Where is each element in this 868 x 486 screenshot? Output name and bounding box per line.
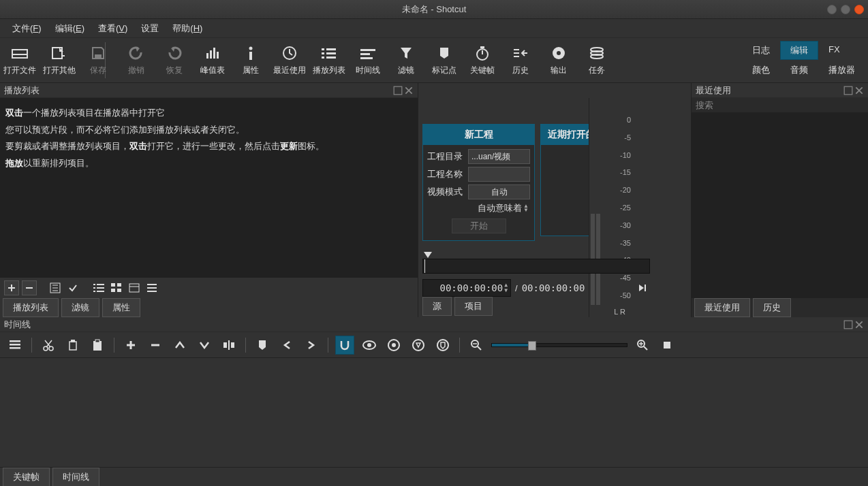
playlist-remove-button[interactable] <box>22 280 37 295</box>
recent-panel-title: 最近使用 <box>696 84 731 97</box>
playlist-view-tiles-button[interactable] <box>109 280 124 295</box>
playlist-check-button[interactable] <box>65 280 80 295</box>
layout-color[interactable]: 颜色 <box>742 61 780 80</box>
subtab-properties[interactable]: 属性 <box>102 298 140 317</box>
player-scrubber[interactable] <box>422 259 650 274</box>
svg-point-62 <box>392 343 396 347</box>
layout-fx[interactable]: FX <box>818 41 850 60</box>
playlist-add-button[interactable] <box>4 280 19 295</box>
playlist-button[interactable]: 播放列表 <box>309 38 349 82</box>
playlist-view-detail-button[interactable] <box>91 280 106 295</box>
timecode-input[interactable]: 00:00:00:00 ▲▼ <box>422 279 511 297</box>
recent-tab-history[interactable]: 历史 <box>753 298 791 317</box>
disc-icon <box>551 44 566 62</box>
playlist-update-button[interactable] <box>48 280 63 295</box>
bottom-tab-timeline[interactable]: 时间线 <box>52 468 99 487</box>
minimize-button[interactable] <box>827 5 837 14</box>
timecode-total: 00:00:00:00 <box>522 282 585 293</box>
playlist-view-icons-button[interactable] <box>127 280 142 295</box>
recent-panel-close-icon[interactable] <box>854 86 864 95</box>
layout-audio[interactable]: 音频 <box>780 61 818 80</box>
skip-to-end-button[interactable] <box>635 280 650 295</box>
timeline-tracks-area[interactable] <box>0 358 868 467</box>
timeline-panel-float-icon[interactable] <box>843 320 853 329</box>
ripple-markers-button[interactable] <box>433 336 452 355</box>
ripple-all-button[interactable] <box>409 336 428 355</box>
close-button[interactable] <box>854 5 864 14</box>
project-name-input[interactable] <box>468 167 530 182</box>
subtab-filters[interactable]: 滤镜 <box>61 298 99 317</box>
keyframes-button[interactable]: 关键帧 <box>463 38 501 82</box>
lift-button[interactable] <box>170 336 189 355</box>
peak-meter-button[interactable]: 峰值表 <box>193 38 232 82</box>
svg-rect-1 <box>12 54 27 55</box>
filters-button[interactable]: 滤镜 <box>387 38 425 82</box>
zoom-out-button[interactable] <box>467 336 486 355</box>
marker-button[interactable] <box>253 336 272 355</box>
markers-button[interactable]: 标记点 <box>425 38 463 82</box>
timeline-button[interactable]: 时间线 <box>349 38 387 82</box>
zoom-in-button[interactable] <box>633 336 652 355</box>
playlist-menu-button[interactable] <box>144 280 159 295</box>
player-tab-project[interactable]: 项目 <box>454 297 493 316</box>
menu-file[interactable]: 文件(F) <box>5 20 48 37</box>
next-marker-button[interactable] <box>302 336 321 355</box>
layout-edit[interactable]: 编辑 <box>780 41 818 60</box>
svg-rect-55 <box>95 340 99 342</box>
cut-button[interactable] <box>39 336 58 355</box>
svg-rect-38 <box>117 289 121 292</box>
maximize-button[interactable] <box>841 5 850 14</box>
video-mode-select[interactable]: 自动 <box>468 184 530 199</box>
remove-button[interactable] <box>146 336 165 355</box>
save-button[interactable]: 保存 <box>79 38 117 82</box>
scrub-audio-button[interactable] <box>360 336 379 355</box>
project-dir-button[interactable]: ...uan/视频 <box>468 149 530 164</box>
svg-point-63 <box>413 340 424 351</box>
recent-button[interactable]: 最近使用 <box>270 38 309 82</box>
project-start-button[interactable]: 开始 <box>452 218 506 233</box>
history-button[interactable]: 历史 <box>501 38 540 82</box>
panel-close-icon[interactable] <box>404 86 414 95</box>
zoom-slider[interactable] <box>491 343 627 347</box>
svg-rect-32 <box>97 287 104 289</box>
open-other-button[interactable]: 打开其他 <box>40 38 79 82</box>
window-title: 未命名 - Shotcut <box>0 3 868 16</box>
zoom-fit-button[interactable] <box>657 336 677 355</box>
svg-point-26 <box>591 54 603 59</box>
layout-log[interactable]: 日志 <box>742 41 780 60</box>
prev-marker-button[interactable] <box>277 336 296 355</box>
redo-button[interactable]: 恢复 <box>155 38 193 82</box>
bottom-tab-keyframes[interactable]: 关键帧 <box>3 468 50 487</box>
subtab-playlist[interactable]: 播放列表 <box>3 298 59 317</box>
menu-help[interactable]: 帮助(H) <box>166 20 209 37</box>
ripple-button[interactable] <box>384 336 403 355</box>
open-file-button[interactable]: 打开文件 <box>0 38 40 82</box>
append-button[interactable] <box>121 336 140 355</box>
layout-player[interactable]: 播放器 <box>818 61 865 80</box>
menu-settings[interactable]: 设置 <box>134 20 166 37</box>
properties-button[interactable]: 属性 <box>232 38 270 82</box>
overwrite-button[interactable] <box>195 336 214 355</box>
output-button[interactable]: 输出 <box>540 38 578 82</box>
zoom-slider-handle[interactable] <box>528 341 536 351</box>
svg-rect-42 <box>147 291 157 292</box>
copy-button[interactable] <box>63 336 82 355</box>
recent-tab-recent[interactable]: 最近使用 <box>694 298 750 317</box>
player-tab-source[interactable]: 源 <box>422 297 452 316</box>
svg-rect-7 <box>217 52 219 59</box>
timeline-panel-close-icon[interactable] <box>854 320 864 329</box>
snap-button[interactable] <box>335 336 354 355</box>
info-icon <box>247 44 254 62</box>
split-button[interactable] <box>219 336 238 355</box>
menu-view[interactable]: 查看(V) <box>91 20 134 37</box>
jobs-button[interactable]: 任务 <box>578 38 616 82</box>
paste-button[interactable] <box>88 336 107 355</box>
recent-panel-float-icon[interactable] <box>843 86 853 95</box>
undo-button[interactable]: 撤销 <box>117 38 155 82</box>
project-dir-label: 工程目录 <box>427 150 465 163</box>
menu-edit[interactable]: 编辑(E) <box>48 20 91 37</box>
playhead-marker[interactable] <box>424 252 432 258</box>
timeline-menu-button[interactable] <box>5 336 25 355</box>
recent-search-input[interactable]: 搜索 <box>692 98 868 113</box>
panel-float-icon[interactable] <box>393 86 403 95</box>
